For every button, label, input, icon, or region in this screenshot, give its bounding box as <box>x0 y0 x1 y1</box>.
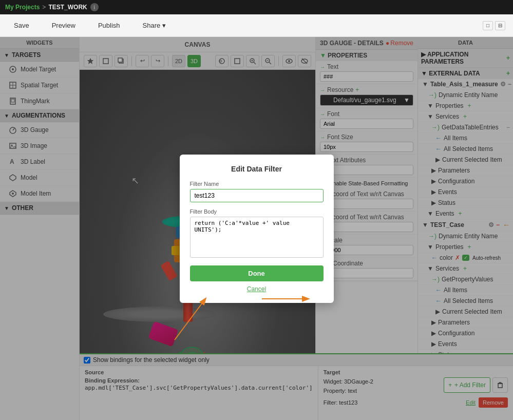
modal-done-button[interactable]: Done <box>190 265 324 281</box>
info-icon: i <box>90 3 99 11</box>
edit-data-filter-modal: Edit Data Filter Filter Name Filter Body… <box>180 155 334 303</box>
projects-link[interactable]: My Projects <box>5 4 40 11</box>
filter-name-input[interactable] <box>190 189 324 202</box>
modal-overlay: Edit Data Filter Filter Name Filter Body… <box>0 37 513 420</box>
publish-button[interactable]: Publish <box>92 18 126 32</box>
window-control-2[interactable]: ⊟ <box>495 21 505 30</box>
breadcrumb-separator: > <box>42 4 46 11</box>
filter-name-field: Filter Name <box>190 181 324 202</box>
toolbar: Save Preview Publish Share ▾ □ ⊟ <box>0 14 513 37</box>
filter-body-textarea[interactable]: return ('C:a'*value +' value UNITS'); <box>190 217 324 258</box>
modal-title: Edit Data Filter <box>190 165 324 173</box>
filter-body-label: Filter Body <box>190 208 324 215</box>
share-button[interactable]: Share ▾ <box>137 18 172 32</box>
filter-body-field: Filter Body return ('C:a'*value +' value… <box>190 208 324 259</box>
modal-cancel-button[interactable]: Cancel <box>190 285 324 293</box>
project-name: TEST_WORK <box>48 4 87 11</box>
filter-name-label: Filter Name <box>190 181 324 187</box>
main-layout: WIDGETS ▼ TARGETS Model Target Spatial T… <box>0 37 513 420</box>
window-control-1[interactable]: □ <box>483 21 493 30</box>
save-button[interactable]: Save <box>8 18 35 32</box>
preview-button[interactable]: Preview <box>46 18 82 32</box>
top-bar: My Projects > TEST_WORK i <box>0 0 513 14</box>
